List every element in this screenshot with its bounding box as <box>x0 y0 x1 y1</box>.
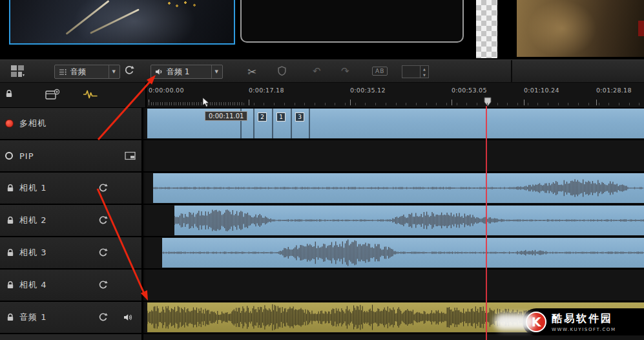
refresh-icon[interactable] <box>98 248 108 258</box>
clip-number-badge: 1 <box>276 112 286 122</box>
sync-button[interactable] <box>124 65 134 76</box>
ruler-tick <box>365 103 366 105</box>
pip-icon[interactable] <box>125 152 136 160</box>
track-content-camera2[interactable] <box>145 205 644 236</box>
split-clip-button[interactable]: ✂ <box>247 65 256 78</box>
ruler-tick <box>180 102 181 105</box>
ruler-tick <box>629 103 630 105</box>
track-header-pip[interactable]: PIP <box>0 140 143 171</box>
ruler-tick <box>406 103 406 105</box>
ruler-tick <box>548 103 548 105</box>
ruler-tick <box>507 103 508 105</box>
audio-track-value: 音频 1 <box>167 67 189 78</box>
ruler-tick <box>216 102 217 105</box>
ruler-tick <box>176 102 176 105</box>
source-filter-value: 音频 <box>70 67 86 78</box>
ruler-tick <box>167 102 167 105</box>
track-header-camera2[interactable]: 相机 2 <box>0 205 143 236</box>
speaker-icon[interactable] <box>123 313 132 321</box>
rotate-right-button[interactable]: ↷ <box>341 65 349 77</box>
ruler-tick <box>345 103 346 105</box>
track-content-camera3[interactable] <box>145 237 644 268</box>
audio-track-dropdown[interactable]: 音频 1 ▼ <box>151 65 223 79</box>
ruler-tick <box>178 102 179 105</box>
waveform-graphic <box>174 206 644 235</box>
spinner-up-button[interactable]: ▲ <box>421 66 428 72</box>
ruler-tick <box>568 103 568 105</box>
ruler-tick <box>386 103 386 105</box>
ruler-tick <box>242 102 242 105</box>
track-content-camera1[interactable] <box>145 173 644 204</box>
lock-tracks-button[interactable] <box>5 89 13 98</box>
video-clip[interactable] <box>174 206 644 235</box>
track-content-camera4[interactable] <box>145 270 644 301</box>
lock-icon[interactable] <box>6 313 14 322</box>
layout-grid-button[interactable] <box>9 64 26 80</box>
refresh-icon[interactable] <box>98 313 108 323</box>
lock-icon[interactable] <box>6 217 14 225</box>
track-header-camera1[interactable]: 相机 1 <box>0 173 143 204</box>
spinner-down-button[interactable]: ▼ <box>421 72 428 78</box>
add-track-button[interactable] <box>45 89 59 100</box>
lock-icon[interactable] <box>6 249 14 257</box>
ruler-tick <box>274 103 275 105</box>
refresh-icon[interactable] <box>98 184 108 193</box>
ruler-tick <box>201 102 202 105</box>
refresh-icon[interactable] <box>98 281 108 290</box>
ab-transition-button[interactable]: AB <box>372 67 388 76</box>
ruler-tick <box>249 100 249 105</box>
track-header-camera4[interactable]: 相机 4 <box>0 270 143 301</box>
add-track-icon <box>45 89 59 100</box>
track-label: 相机 4 <box>19 279 47 291</box>
ruler-tick <box>350 100 351 105</box>
caret-down-icon: ▼ <box>211 65 218 78</box>
audio-waveform-view-button[interactable] <box>83 89 98 100</box>
track-header-audio1[interactable]: 音频 1 <box>0 302 143 333</box>
ruler-tick <box>396 103 397 105</box>
refresh-icon <box>124 65 134 76</box>
playhead-line[interactable] <box>486 106 487 340</box>
ruler-tick <box>452 100 452 105</box>
video-clip[interactable] <box>162 238 644 268</box>
lock-icon[interactable] <box>6 281 14 290</box>
ruler-tick <box>192 102 192 105</box>
marker-button[interactable] <box>278 66 286 76</box>
source-filter-dropdown[interactable]: 音频 ▼ <box>54 65 120 79</box>
ruler-tick <box>158 102 158 105</box>
ruler-tick <box>230 102 231 105</box>
ruler-tick <box>171 102 172 105</box>
preview-image-detail <box>527 0 597 57</box>
preview-monitor-left <box>9 0 235 45</box>
timeline-ruler[interactable]: 0:00:00.00 0:00:17.18 0:00:35.12 0:00:53… <box>145 83 644 108</box>
watermark-title: 酷易软件园 <box>552 312 616 326</box>
playhead-marker[interactable] <box>484 97 492 107</box>
ruler-tick <box>295 103 295 105</box>
ruler-tick <box>228 102 229 105</box>
ruler-tick <box>477 103 477 105</box>
timecode-tooltip: 0:00:11.01 <box>205 111 247 121</box>
track-content-pip[interactable] <box>145 140 644 171</box>
ruler-tick <box>223 102 224 105</box>
ruler-tick <box>264 103 264 105</box>
panel-divider <box>511 60 512 82</box>
ruler-tick <box>244 103 244 105</box>
track-header-camera3[interactable]: 相机 3 <box>0 237 143 268</box>
lock-icon[interactable] <box>6 184 14 193</box>
rotate-left-button[interactable]: ↶ <box>313 65 321 77</box>
ruler-tick <box>436 103 437 105</box>
track-header-multicam[interactable]: 多相机 <box>0 108 143 139</box>
track-label: 相机 1 <box>19 182 47 194</box>
ruler-label: 0:01:10.24 <box>524 87 559 94</box>
clip-boundary <box>291 109 292 138</box>
ruler-tick <box>524 100 525 105</box>
preview-thumbnail <box>517 0 644 57</box>
ruler-tick <box>528 103 528 105</box>
preview-image-detail <box>638 21 644 36</box>
video-clip[interactable] <box>153 173 644 203</box>
ruler-tick <box>284 103 285 105</box>
track-row-pip: PIP <box>0 140 644 172</box>
transparency-checkerboard <box>476 0 497 58</box>
refresh-icon[interactable] <box>98 216 108 226</box>
ruler-tick <box>487 103 488 105</box>
duration-spinner[interactable]: ▲ ▼ <box>402 65 429 78</box>
